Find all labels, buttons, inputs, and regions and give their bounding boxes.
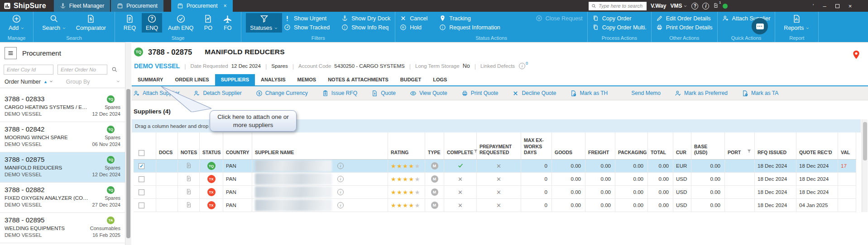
linked-defects-info-icon[interactable]: i — [519, 63, 525, 69]
supplier-row-2[interactable]: TXPANi★★★★★M✕✕00.000.000.000.00USD0.0018… — [134, 173, 856, 186]
column-header-goods[interactable]: GOODS — [552, 132, 585, 159]
column-header-total[interactable]: TOTAL — [648, 132, 673, 159]
supplier-info-icon[interactable]: i — [337, 163, 344, 169]
column-header-notes[interactable]: NOTES — [178, 132, 200, 159]
ribbon-request-information-button[interactable]: Request Information — [439, 24, 500, 31]
sort-dropdown-icon[interactable] — [49, 79, 53, 85]
column-header-select[interactable] — [134, 132, 156, 159]
ribbon-copy-order-button[interactable]: Copy Order — [592, 15, 647, 22]
tab-memos[interactable]: MEMOS — [292, 74, 322, 85]
ribbon-tracking-button[interactable]: Tracking — [439, 15, 500, 22]
order-list-item-3788-02842[interactable]: 3788 - 02842TQMOORING WINCH SPARESparesD… — [0, 122, 125, 152]
tab-analysis[interactable]: ANALYSIS — [255, 74, 292, 85]
filter-funnel-icon[interactable] — [747, 149, 752, 155]
supplier-info-icon[interactable]: i — [337, 189, 344, 195]
order-list-item-3788-02875[interactable]: 3788 - 02875TQMANIFOLD REDUCERSSparesDEM… — [0, 152, 125, 183]
window-tab-fleet-manager[interactable]: Fleet Manager — [54, 0, 110, 12]
chat-bubble-button[interactable] — [752, 18, 768, 34]
action-mark-as-ta-button[interactable]: Mark as TA — [742, 90, 778, 97]
system-menu[interactable]: VMS — [670, 3, 687, 9]
tab-suppliers[interactable]: SUPPLIERS — [215, 74, 255, 85]
pin-window-icon[interactable]: ʼ — [813, 3, 814, 9]
column-header-status[interactable]: STATUS — [200, 132, 223, 159]
notes-icon[interactable] — [186, 175, 192, 183]
column-header-complete[interactable]: COMPLETE — [444, 132, 477, 159]
minimize-button[interactable]: – — [823, 3, 826, 9]
row-checkbox[interactable] — [139, 176, 144, 182]
ribbon-hold-button[interactable]: Hold — [400, 24, 427, 31]
column-header-supplier-name[interactable]: SUPPLIER NAME — [252, 132, 388, 159]
tab-notes-attachments[interactable]: NOTES & ATTACHMENTS — [322, 74, 394, 85]
ribbon-print-order-details-button[interactable]: Print Order Details — [656, 24, 713, 31]
action-quote-button[interactable]: $Quote — [371, 90, 396, 97]
group-by-dropdown-icon[interactable] — [116, 79, 120, 85]
order-list-item-3788-02882[interactable]: 3788 - 02882TQFIXED OXYGEN ANALYZER (COM… — [0, 183, 125, 213]
ribbon-show-dry-dock-button[interactable]: Show Dry Dock — [341, 15, 390, 22]
ribbon-statuses-button[interactable]: Statuses — [246, 13, 282, 33]
order-list-item-3788-02833[interactable]: 3788 - 02833TQCARGO HEATING SYSTEMS / EX… — [0, 92, 125, 122]
column-header-freight[interactable]: FREIGHT — [585, 132, 615, 159]
action-decline-quote-button[interactable]: Decline Quote — [512, 90, 556, 97]
action-send-memo-button[interactable]: Send Memo — [622, 90, 661, 97]
tab-close-icon[interactable]: × — [224, 3, 227, 9]
ribbon-show-urgent-button[interactable]: Show Urgent — [284, 15, 330, 22]
column-header-packaging[interactable]: PACKAGING — [615, 132, 648, 159]
tab-budget[interactable]: BUDGET — [394, 74, 427, 85]
tab-order-lines[interactable]: ORDER LINES — [169, 74, 215, 85]
ribbon-add-button[interactable]: Add — [5, 13, 29, 33]
grid-scrollbar[interactable] — [862, 119, 868, 212]
global-search-input[interactable] — [599, 3, 644, 9]
ribbon-po-button[interactable]: PO — [199, 13, 217, 33]
info-icon[interactable]: i — [702, 3, 709, 9]
ribbon-show-tracked-button[interactable]: Show Tracked — [284, 24, 330, 31]
ribbon-enq-button[interactable]: ?ENQ — [142, 13, 162, 33]
supplier-row-1[interactable]: ✓TQPANi★★★★★M✕00.000.000.000.00EUR0.0018… — [134, 160, 856, 173]
row-checkbox[interactable] — [139, 189, 144, 195]
notes-icon[interactable] — [186, 201, 192, 209]
ribbon-auth-enq-button[interactable]: Auth ENQ — [164, 13, 197, 33]
column-header-rating[interactable]: RATING — [388, 132, 425, 159]
order-list-item-3788-02895[interactable]: 3788 - 02895TAWELDING EQUIPMENTSConsumab… — [0, 213, 125, 243]
supplier-info-icon[interactable]: i — [337, 176, 344, 182]
window-tab-procurement-active[interactable]: Procurement× — [171, 0, 233, 12]
column-header-cur[interactable]: CUR — [673, 132, 691, 159]
coy-id-input[interactable] — [4, 65, 53, 75]
ribbon-fo-button[interactable]: FO — [219, 13, 236, 33]
notes-icon[interactable] — [186, 188, 192, 196]
close-button[interactable]: × — [849, 3, 852, 9]
column-header-docs[interactable]: DOCS — [156, 132, 178, 159]
ribbon-search-button[interactable]: Search — [38, 13, 70, 33]
column-header-rfq-issued[interactable]: RFQ ISSUED — [755, 132, 796, 159]
ribbon-edit-order-details-button[interactable]: Edit Order Details — [656, 15, 713, 22]
hamburger-menu-icon[interactable] — [5, 47, 17, 59]
row-checkbox[interactable]: ✓ — [139, 163, 144, 169]
action-mark-as-th-button[interactable]: Mark as TH — [570, 90, 608, 97]
column-header-port[interactable]: PORT — [725, 132, 755, 159]
action-change-currency-button[interactable]: $Change Currency — [256, 90, 308, 97]
action-mark-as-preferred-button[interactable]: Mark as Preferred — [675, 90, 728, 97]
tab-logs[interactable]: LOGS — [427, 74, 453, 85]
group-by-label[interactable]: Group By — [66, 79, 90, 85]
window-tab-procurement[interactable]: Procurement — [111, 0, 163, 12]
ribbon-req-button[interactable]: REQ — [120, 13, 140, 33]
ribbon-show-info-req-button[interactable]: Show Info Req — [341, 24, 390, 31]
tab-summary[interactable]: SUMMARY — [132, 74, 169, 85]
sort-ascending-icon[interactable]: ▲ — [43, 80, 48, 84]
ribbon-reports-button[interactable]: Reports — [780, 13, 814, 33]
column-header-quote-rec-d[interactable]: QUOTE REC'D — [796, 132, 838, 159]
action-view-quote-button[interactable]: View Quote — [410, 90, 447, 97]
maximize-button[interactable] — [835, 4, 839, 8]
supplier-row-3[interactable]: TXPANi★★★★★M✕✕00.000.000.000.00USD0.0018… — [134, 186, 856, 199]
supplier-info-icon[interactable]: i — [337, 202, 344, 208]
action-issue-rfq-button[interactable]: Issue RFQ — [322, 90, 357, 97]
column-header-prepayment-requested[interactable]: PREPAYMENT REQUESTED — [477, 132, 521, 159]
select-all-checkbox[interactable] — [139, 150, 144, 156]
column-header-val[interactable]: VAL — [838, 132, 856, 159]
ribbon-copy-order-multi-button[interactable]: Copy Order Multi. — [592, 24, 647, 31]
ribbon-comparator-button[interactable]: $Comparator — [72, 13, 110, 33]
notes-icon[interactable] — [186, 162, 192, 170]
row-checkbox[interactable] — [139, 203, 144, 208]
help-icon[interactable]: ? — [691, 3, 698, 9]
action-print-quote-button[interactable]: Print Quote — [461, 90, 499, 97]
column-header-base-usd[interactable]: BASE (USD) — [691, 132, 725, 159]
